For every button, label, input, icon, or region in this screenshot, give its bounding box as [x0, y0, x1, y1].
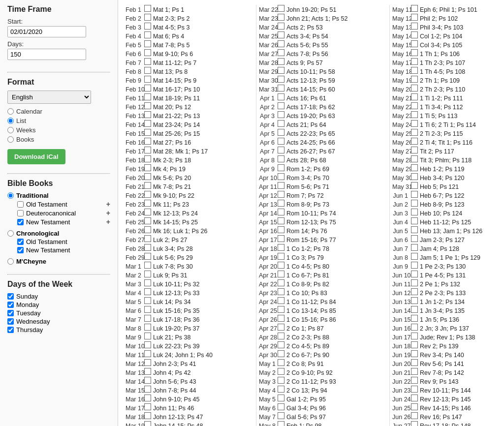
reading-checkbox[interactable] — [278, 279, 284, 286]
reading-checkbox[interactable] — [144, 359, 151, 366]
reading-checkbox[interactable] — [278, 111, 284, 118]
reading-checkbox[interactable] — [278, 200, 284, 207]
reading-checkbox[interactable] — [144, 173, 151, 180]
reading-checkbox[interactable] — [411, 200, 418, 207]
reading-checkbox[interactable] — [411, 235, 418, 242]
reading-checkbox[interactable] — [144, 85, 151, 91]
reading-checkbox[interactable] — [278, 67, 284, 74]
reading-checkbox[interactable] — [144, 386, 151, 393]
reading-checkbox[interactable] — [411, 226, 418, 233]
reading-checkbox[interactable] — [144, 350, 151, 357]
ot-expand-button[interactable]: + — [106, 200, 110, 208]
reading-checkbox[interactable] — [411, 306, 418, 313]
reading-checkbox[interactable] — [278, 333, 284, 339]
reading-checkbox[interactable] — [278, 182, 284, 189]
reading-checkbox[interactable] — [144, 182, 151, 189]
reading-checkbox[interactable] — [278, 217, 284, 224]
reading-checkbox[interactable] — [411, 164, 418, 171]
reading-checkbox[interactable] — [411, 253, 418, 260]
reading-checkbox[interactable] — [411, 23, 418, 30]
reading-checkbox[interactable] — [411, 271, 418, 277]
reading-checkbox[interactable] — [411, 315, 418, 322]
ot-checkbox[interactable] — [17, 201, 24, 208]
reading-checkbox[interactable] — [411, 14, 418, 21]
reading-checkbox[interactable] — [278, 244, 284, 251]
format-radio-list[interactable] — [7, 118, 14, 124]
day-checkbox-monday[interactable] — [7, 302, 14, 308]
reading-checkbox[interactable] — [411, 279, 418, 286]
reading-checkbox[interactable] — [411, 31, 418, 38]
reading-checkbox[interactable] — [278, 14, 284, 21]
reading-checkbox[interactable] — [278, 271, 284, 277]
chronological-radio[interactable] — [7, 230, 14, 237]
reading-checkbox[interactable] — [411, 111, 418, 118]
reading-checkbox[interactable] — [144, 315, 151, 322]
reading-checkbox[interactable] — [144, 333, 151, 339]
reading-checkbox[interactable] — [144, 377, 151, 384]
reading-checkbox[interactable] — [278, 288, 284, 295]
reading-checkbox[interactable] — [144, 368, 151, 375]
reading-checkbox[interactable] — [411, 350, 418, 357]
reading-checkbox[interactable] — [144, 297, 151, 304]
reading-checkbox[interactable] — [278, 253, 284, 260]
day-checkbox-wednesday[interactable] — [7, 318, 14, 325]
reading-checkbox[interactable] — [144, 138, 151, 145]
nt-checkbox[interactable] — [17, 219, 24, 225]
reading-checkbox[interactable] — [278, 324, 284, 331]
reading-checkbox[interactable] — [278, 403, 284, 410]
day-checkbox-sunday[interactable] — [7, 293, 14, 300]
reading-checkbox[interactable] — [144, 111, 151, 118]
reading-checkbox[interactable] — [411, 333, 418, 339]
reading-checkbox[interactable] — [411, 209, 418, 215]
reading-checkbox[interactable] — [144, 147, 151, 153]
reading-checkbox[interactable] — [278, 138, 284, 145]
format-list-option[interactable]: List — [7, 117, 110, 124]
reading-checkbox[interactable] — [411, 93, 418, 100]
reading-checkbox[interactable] — [144, 209, 151, 215]
reading-checkbox[interactable] — [278, 155, 284, 162]
reading-checkbox[interactable] — [278, 386, 284, 393]
reading-checkbox[interactable] — [411, 395, 418, 401]
nt-expand-button[interactable]: + — [106, 218, 110, 226]
reading-checkbox[interactable] — [411, 262, 418, 269]
reading-checkbox[interactable] — [278, 85, 284, 91]
reading-checkbox[interactable] — [411, 368, 418, 375]
reading-checkbox[interactable] — [411, 403, 418, 410]
language-select[interactable]: English Spanish French German — [7, 91, 91, 104]
reading-checkbox[interactable] — [278, 306, 284, 313]
reading-checkbox[interactable] — [144, 279, 151, 286]
reading-checkbox[interactable] — [411, 421, 418, 426]
reading-checkbox[interactable] — [278, 129, 284, 136]
reading-checkbox[interactable] — [144, 31, 151, 38]
reading-checkbox[interactable] — [144, 155, 151, 162]
reading-checkbox[interactable] — [411, 182, 418, 189]
reading-checkbox[interactable] — [144, 102, 151, 109]
reading-checkbox[interactable] — [144, 200, 151, 207]
traditional-radio[interactable] — [7, 192, 14, 199]
reading-checkbox[interactable] — [144, 5, 151, 12]
reading-checkbox[interactable] — [144, 191, 151, 198]
reading-checkbox[interactable] — [144, 76, 151, 83]
reading-checkbox[interactable] — [411, 341, 418, 348]
days-input[interactable] — [7, 49, 86, 60]
download-ical-button[interactable]: Download iCal — [7, 149, 65, 164]
mcheyne-radio[interactable] — [7, 258, 14, 265]
reading-checkbox[interactable] — [144, 253, 151, 260]
reading-checkbox[interactable] — [144, 341, 151, 348]
reading-checkbox[interactable] — [278, 395, 284, 401]
reading-checkbox[interactable] — [278, 40, 284, 47]
reading-checkbox[interactable] — [278, 76, 284, 83]
reading-checkbox[interactable] — [278, 5, 284, 12]
format-weeks-option[interactable]: Weeks — [7, 126, 110, 134]
reading-checkbox[interactable] — [278, 297, 284, 304]
reading-checkbox[interactable] — [144, 395, 151, 401]
reading-checkbox[interactable] — [411, 244, 418, 251]
reading-checkbox[interactable] — [144, 120, 151, 127]
reading-checkbox[interactable] — [144, 324, 151, 331]
dc-checkbox[interactable] — [17, 210, 24, 216]
reading-checkbox[interactable] — [278, 262, 284, 269]
reading-checkbox[interactable] — [144, 412, 151, 419]
reading-checkbox[interactable] — [278, 102, 284, 109]
reading-checkbox[interactable] — [411, 173, 418, 180]
reading-checkbox[interactable] — [278, 412, 284, 419]
